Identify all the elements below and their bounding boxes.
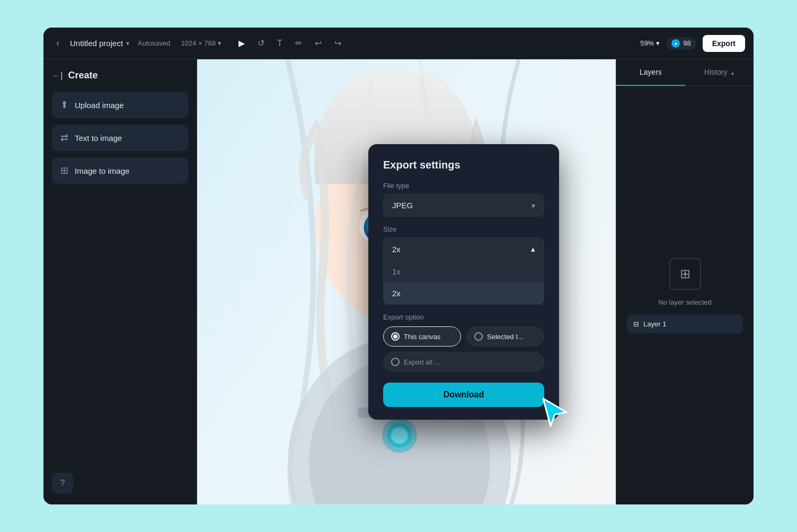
right-panel: Layers History ▴ ⊞ No layer selected ⊟ L… — [616, 59, 754, 504]
project-chevron-icon: ▾ — [126, 40, 129, 47]
size-option-2x[interactable]: 2x — [384, 282, 544, 304]
layer-item[interactable]: ⊟ Layer 1 — [627, 315, 743, 333]
upload-icon: ⬆ — [60, 99, 68, 111]
file-type-select[interactable]: JPEG ▾ — [383, 194, 544, 217]
export-options-row: This canvas Selected I... — [383, 326, 544, 347]
download-button[interactable]: Download — [383, 383, 544, 407]
this-canvas-radio — [391, 332, 400, 341]
file-type-label: File type — [383, 182, 544, 190]
text-to-image-icon: ⇄ — [60, 132, 68, 144]
size-selected-option[interactable]: 2x ▴ — [384, 238, 544, 261]
selected-radio — [474, 332, 483, 341]
pen-tool[interactable]: ✏ — [293, 36, 304, 50]
zoom-control[interactable]: 59% ▾ — [640, 39, 660, 47]
text-tool[interactable]: T — [275, 37, 285, 50]
export-option-label: Export option — [383, 313, 544, 321]
sidebar-item-text-to-image[interactable]: ⇄ Text to image — [52, 125, 188, 151]
back-button[interactable]: ‹ — [52, 36, 64, 51]
no-layer-text: No layer selected — [658, 298, 711, 306]
toolbar-tools: ▶ ↺ T ✏ ↩ ↪ — [236, 36, 343, 50]
layer-item-icon: ⊟ — [633, 320, 639, 328]
app-container: ‹ Untitled project ▾ Autosaved 1024 × 76… — [43, 28, 754, 504]
canvas-dimensions[interactable]: 1024 × 768 ▾ — [181, 39, 222, 47]
sidebar-item-upload[interactable]: ⬆ Upload image — [52, 92, 188, 118]
right-panel-tabs: Layers History ▴ — [616, 59, 754, 86]
svg-marker-17 — [543, 398, 566, 426]
text-to-image-label: Text to image — [75, 134, 122, 143]
canvas-area[interactable]: Export settings File type JPEG ▾ Size 2x… — [197, 59, 616, 504]
tab-layers[interactable]: Layers — [616, 59, 685, 86]
file-type-value: JPEG — [392, 201, 413, 210]
size-option-1x[interactable]: 1x — [384, 261, 544, 282]
sidebar: ←| Create ⬆ Upload image ⇄ Text to image… — [43, 59, 197, 504]
size-dropdown: 2x ▴ 1x 2x — [383, 237, 544, 305]
history-chevron-icon: ▴ — [731, 70, 734, 76]
help-button[interactable]: ? — [52, 473, 73, 494]
download-btn-wrapper: Download — [383, 383, 544, 407]
sidebar-item-image-to-image[interactable]: ⊞ Image to image — [52, 157, 188, 184]
sidebar-back-icon: ←| — [52, 71, 63, 81]
topbar: ‹ Untitled project ▾ Autosaved 1024 × 76… — [43, 28, 754, 59]
size-selected-value: 2x — [392, 245, 401, 254]
autosaved-status: Autosaved — [138, 39, 170, 47]
image-to-image-label: Image to image — [75, 166, 129, 175]
select-tool[interactable]: ▶ — [236, 36, 247, 50]
undo-tool[interactable]: ↩ — [313, 36, 324, 50]
export-button[interactable]: Export — [703, 35, 745, 52]
redo-tool[interactable]: ↪ — [332, 36, 343, 50]
help-icon: ? — [60, 478, 65, 488]
svg-point-14 — [391, 427, 408, 444]
export-all-button[interactable]: Export all ... — [383, 352, 544, 372]
tab-history[interactable]: History ▴ — [685, 59, 754, 86]
export-modal: Export settings File type JPEG ▾ Size 2x… — [368, 144, 559, 420]
image-to-image-icon: ⊞ — [60, 165, 68, 176]
sidebar-title: Create — [68, 70, 98, 81]
dimensions-chevron-icon: ▾ — [218, 39, 222, 47]
credits-icon: ⬥ — [671, 39, 680, 48]
credits-display: ⬥ 98 — [666, 37, 696, 50]
zoom-chevron-icon: ▾ — [656, 39, 660, 47]
export-all-radio — [391, 358, 400, 366]
modal-title: Export settings — [383, 159, 544, 171]
cursor-arrow — [539, 396, 571, 428]
selected-button[interactable]: Selected I... — [466, 326, 544, 347]
project-title-area[interactable]: Untitled project ▾ — [70, 39, 129, 48]
size-label: Size — [383, 225, 544, 233]
right-panel-content: ⊞ No layer selected ⊟ Layer 1 — [616, 86, 754, 504]
file-type-chevron-icon: ▾ — [532, 201, 535, 210]
upload-label: Upload image — [75, 101, 124, 110]
this-canvas-button[interactable]: This canvas — [383, 326, 461, 347]
size-chevron-icon: ▴ — [531, 244, 535, 254]
rotate-tool[interactable]: ↺ — [255, 36, 267, 50]
layer-placeholder-icon: ⊞ — [669, 258, 701, 290]
project-title: Untitled project — [70, 39, 123, 48]
sidebar-bottom: ? — [52, 473, 188, 494]
sidebar-header: ←| Create — [52, 70, 188, 81]
main-area: ←| Create ⬆ Upload image ⇄ Text to image… — [43, 59, 754, 504]
